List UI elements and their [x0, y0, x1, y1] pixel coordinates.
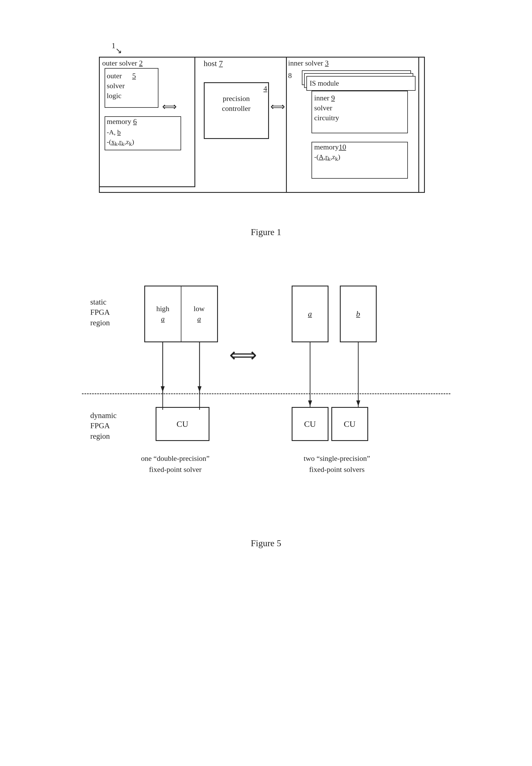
dp-high-cell: high a [145, 286, 181, 341]
sp-cu2-label: CU [344, 419, 356, 429]
dp-cu-box: CU [156, 407, 209, 441]
dynamic-region-label: dynamicFPGAregion [90, 411, 117, 441]
sp-box-b: b [340, 285, 377, 342]
static-dynamic-divider [82, 394, 450, 394]
inner-solver-label: inner solver 3 [288, 59, 329, 67]
page: 1 ↘ host 7 outer solver 2 outer 5solverl… [0, 0, 532, 571]
sp-top-boxes: a b [292, 285, 377, 342]
svg-marker-9 [356, 401, 360, 406]
dp-low-cell: low a [181, 286, 217, 341]
sp-cu-box-2: CU [331, 407, 368, 441]
static-region-label: staticFPGAregion [90, 297, 110, 328]
sp-cu1-label: CU [304, 419, 316, 429]
figure5-caption: Figure 5 [34, 538, 498, 549]
dp-bottom-label: one “double-precision”fixed-point solver [116, 453, 235, 475]
host-label: host 7 [204, 59, 223, 68]
outer-solver-num: 2 [139, 59, 143, 67]
sp-a-label: a [308, 309, 312, 318]
arrow-ref-1: ↘ [115, 46, 122, 55]
figure1-diagram: 1 ↘ host 7 outer solver 2 outer 5solverl… [82, 40, 450, 215]
sp-b-label: b [356, 309, 360, 318]
dp-a-high: a [161, 314, 165, 324]
memory-left-label: memory 6 [107, 117, 137, 126]
dp-cu-inner: CU [156, 407, 209, 441]
arrow-outer-precision: ⟺ [162, 101, 177, 113]
dp-split-box: high a low a [144, 285, 218, 342]
dp-cu-label: CU [177, 419, 188, 429]
label-ref-8: 8 [288, 71, 292, 80]
host-num: 7 [219, 59, 223, 68]
sp-connectors [292, 342, 377, 411]
memory-right-label: memory10 [314, 143, 346, 151]
memory-right-content: -(A,rk,zk) [314, 153, 340, 162]
dp-low-label: low [194, 304, 205, 314]
dp-bottom-connectors [144, 342, 218, 410]
big-double-arrow: ⟺ [229, 344, 257, 366]
sp-bottom-label: two “single-precision”fixed-point solver… [269, 453, 405, 475]
outer-logic-text: outer 5solverlogic [107, 71, 136, 101]
figure1-caption: Figure 1 [34, 227, 498, 237]
memory-left-content: -A, b -(xk,rk,zk) [107, 128, 134, 147]
is-module-box-front: IS module [306, 76, 416, 91]
sp-box-a: a [292, 285, 328, 342]
inner-circuitry-text: inner 9solvercircuitry [314, 93, 339, 123]
outer-solver-label: outer solver 2 [102, 59, 143, 67]
sp-cu-boxes: CU CU [292, 407, 368, 441]
label-ref-1: 1 [112, 41, 116, 50]
sp-cu-box-1: CU [292, 407, 328, 441]
svg-marker-8 [308, 401, 312, 406]
dp-high-label: high [156, 304, 169, 314]
arrow-precision-inner: ⟺ [270, 101, 285, 113]
precision-controller-text: 4 precisioncontroller [204, 84, 268, 113]
figure5-diagram: staticFPGAregion dynamicFPGAregion high … [82, 271, 450, 527]
dp-a-low: a [197, 314, 201, 324]
